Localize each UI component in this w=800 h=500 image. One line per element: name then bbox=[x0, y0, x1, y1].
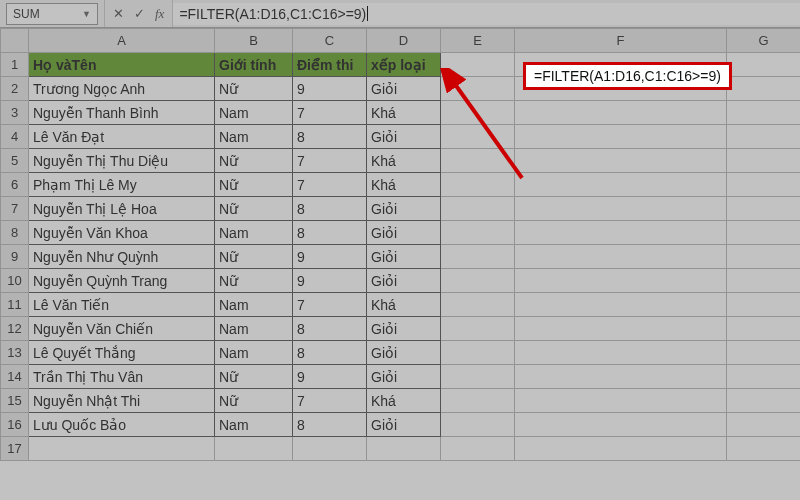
cell[interactable]: xếp loại bbox=[367, 53, 441, 77]
col-header-a[interactable]: A bbox=[29, 29, 215, 53]
cell[interactable] bbox=[367, 437, 441, 461]
cell[interactable]: 8 bbox=[293, 221, 367, 245]
row-header[interactable]: 8 bbox=[1, 221, 29, 245]
cell[interactable]: Nam bbox=[215, 293, 293, 317]
cell[interactable] bbox=[441, 197, 515, 221]
cell[interactable] bbox=[515, 221, 727, 245]
row-header[interactable]: 5 bbox=[1, 149, 29, 173]
row-header[interactable]: 11 bbox=[1, 293, 29, 317]
cell[interactable]: Nam bbox=[215, 413, 293, 437]
cell[interactable] bbox=[727, 53, 801, 77]
cell[interactable] bbox=[441, 53, 515, 77]
cell[interactable]: 7 bbox=[293, 101, 367, 125]
cell[interactable] bbox=[441, 221, 515, 245]
cell[interactable]: 9 bbox=[293, 365, 367, 389]
cell[interactable] bbox=[515, 149, 727, 173]
cell[interactable]: Nam bbox=[215, 101, 293, 125]
row-header[interactable]: 15 bbox=[1, 389, 29, 413]
cell[interactable]: Khá bbox=[367, 389, 441, 413]
col-header-b[interactable]: B bbox=[215, 29, 293, 53]
cell[interactable]: Giỏi bbox=[367, 197, 441, 221]
cell[interactable]: Giỏi bbox=[367, 125, 441, 149]
cell[interactable]: 9 bbox=[293, 77, 367, 101]
cell[interactable]: 8 bbox=[293, 317, 367, 341]
cell[interactable] bbox=[727, 173, 801, 197]
cell[interactable] bbox=[727, 221, 801, 245]
cell[interactable] bbox=[727, 341, 801, 365]
cell[interactable]: 8 bbox=[293, 125, 367, 149]
col-header-d[interactable]: D bbox=[367, 29, 441, 53]
row-header[interactable]: 1 bbox=[1, 53, 29, 77]
row-header[interactable]: 7 bbox=[1, 197, 29, 221]
col-header-c[interactable]: C bbox=[293, 29, 367, 53]
cell[interactable]: Giới tính bbox=[215, 53, 293, 77]
cell[interactable]: Nam bbox=[215, 317, 293, 341]
select-all-corner[interactable] bbox=[1, 29, 29, 53]
row-header[interactable]: 12 bbox=[1, 317, 29, 341]
cell[interactable] bbox=[441, 149, 515, 173]
cell[interactable]: Giỏi bbox=[367, 269, 441, 293]
col-header-g[interactable]: G bbox=[727, 29, 801, 53]
cell[interactable]: Trương Ngọc Anh bbox=[29, 77, 215, 101]
row-header[interactable]: 4 bbox=[1, 125, 29, 149]
cell[interactable] bbox=[441, 269, 515, 293]
cell[interactable]: 8 bbox=[293, 341, 367, 365]
cell[interactable]: Giỏi bbox=[367, 413, 441, 437]
cell[interactable]: Khá bbox=[367, 293, 441, 317]
cell[interactable]: Trần Thị Thu Vân bbox=[29, 365, 215, 389]
cell[interactable] bbox=[215, 437, 293, 461]
cell[interactable] bbox=[515, 293, 727, 317]
cell[interactable] bbox=[727, 413, 801, 437]
cell[interactable]: Khá bbox=[367, 149, 441, 173]
cell[interactable]: Lê Quyết Thắng bbox=[29, 341, 215, 365]
confirm-icon[interactable]: ✓ bbox=[134, 6, 145, 21]
cell[interactable]: Giỏi bbox=[367, 245, 441, 269]
cell[interactable] bbox=[441, 101, 515, 125]
cell[interactable]: Nữ bbox=[215, 149, 293, 173]
cell[interactable] bbox=[727, 77, 801, 101]
cell[interactable] bbox=[727, 365, 801, 389]
cell[interactable] bbox=[515, 269, 727, 293]
cancel-icon[interactable]: ✕ bbox=[113, 6, 124, 21]
cell[interactable] bbox=[441, 341, 515, 365]
cell[interactable] bbox=[515, 317, 727, 341]
cell[interactable] bbox=[515, 365, 727, 389]
cell[interactable] bbox=[441, 365, 515, 389]
cell[interactable]: Nam bbox=[215, 221, 293, 245]
row-header[interactable]: 9 bbox=[1, 245, 29, 269]
cell[interactable]: Lê Văn Tiến bbox=[29, 293, 215, 317]
cell[interactable]: Lê Văn Đạt bbox=[29, 125, 215, 149]
cell[interactable] bbox=[441, 437, 515, 461]
cell[interactable] bbox=[727, 101, 801, 125]
cell[interactable]: Điểm thi bbox=[293, 53, 367, 77]
cell[interactable] bbox=[727, 437, 801, 461]
name-box[interactable]: SUM ▼ bbox=[6, 3, 98, 25]
row-header[interactable]: 10 bbox=[1, 269, 29, 293]
cell[interactable]: Giỏi bbox=[367, 77, 441, 101]
cell[interactable] bbox=[515, 413, 727, 437]
cell[interactable]: Phạm Thị Lê My bbox=[29, 173, 215, 197]
cell[interactable]: 7 bbox=[293, 293, 367, 317]
cell[interactable] bbox=[441, 389, 515, 413]
col-header-e[interactable]: E bbox=[441, 29, 515, 53]
cell[interactable]: Nguyễn Quỳnh Trang bbox=[29, 269, 215, 293]
fx-icon[interactable]: fx bbox=[155, 6, 164, 22]
cell[interactable] bbox=[29, 437, 215, 461]
cell[interactable] bbox=[727, 245, 801, 269]
cell[interactable] bbox=[515, 101, 727, 125]
cell[interactable]: Nguyễn Nhật Thi bbox=[29, 389, 215, 413]
cell[interactable]: 8 bbox=[293, 413, 367, 437]
cell[interactable] bbox=[727, 389, 801, 413]
row-header[interactable]: 3 bbox=[1, 101, 29, 125]
row-header[interactable]: 17 bbox=[1, 437, 29, 461]
cell[interactable]: Nữ bbox=[215, 197, 293, 221]
cell[interactable]: Nguyễn Văn Khoa bbox=[29, 221, 215, 245]
cell[interactable] bbox=[441, 413, 515, 437]
cell[interactable] bbox=[441, 173, 515, 197]
cell[interactable]: Nữ bbox=[215, 269, 293, 293]
cell[interactable]: Họ vàTên bbox=[29, 53, 215, 77]
cell[interactable] bbox=[441, 293, 515, 317]
cell[interactable]: Nguyễn Văn Chiến bbox=[29, 317, 215, 341]
cell[interactable]: 7 bbox=[293, 149, 367, 173]
cell[interactable]: Nữ bbox=[215, 389, 293, 413]
